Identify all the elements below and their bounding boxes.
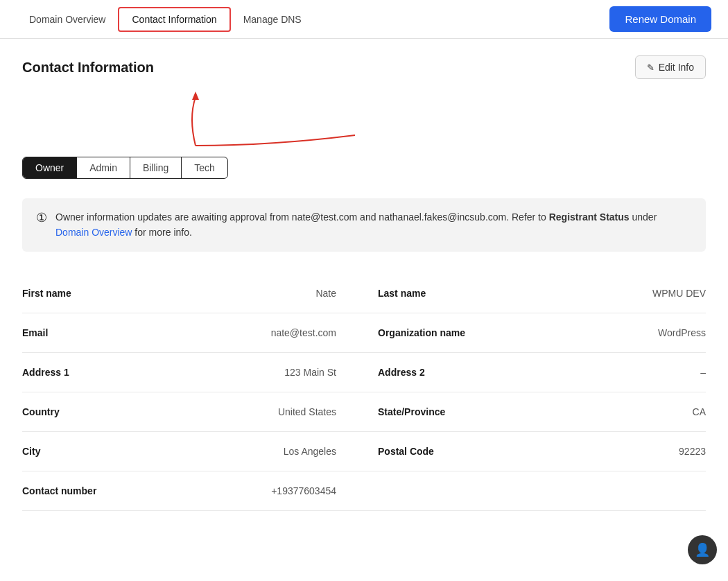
field-value-country: United States [278, 406, 336, 417]
tab-domain-overview[interactable]: Domain Overview [17, 0, 118, 38]
banner-text-part1: Owner information updates are awaiting a… [55, 211, 549, 223]
field-label-address2: Address 2 [378, 367, 425, 378]
info-icon: ① [36, 210, 47, 225]
fields-container: First name Nate Last name WPMU DEV Email… [22, 274, 706, 511]
field-value-organization: WordPress [658, 327, 706, 338]
field-city: City Los Angeles [22, 432, 364, 471]
field-address2: Address 2 – [364, 353, 706, 392]
field-value-email: nate@test.com [271, 327, 336, 338]
field-label-organization: Organization name [378, 327, 465, 338]
banner-text-part3: for more info. [132, 227, 191, 238]
field-postal-code: Postal Code 92223 [364, 432, 706, 471]
annotation-arrow [147, 90, 369, 153]
main-content: Contact Information ✎ Edit Info Owner Ad… [0, 39, 728, 528]
contact-tab-billing[interactable]: Billing [130, 157, 181, 178]
field-value-city: Los Angeles [284, 446, 336, 457]
edit-info-button[interactable]: ✎ Edit Info [635, 55, 706, 79]
contact-tab-admin[interactable]: Admin [76, 157, 130, 178]
field-label-last-name: Last name [378, 288, 426, 299]
banner-text-part2: under [630, 211, 657, 223]
field-label-email: Email [22, 327, 48, 338]
edit-info-label: Edit Info [659, 62, 694, 73]
field-value-state: CA [693, 406, 706, 417]
field-state: State/Province CA [364, 392, 706, 432]
arrow-annotation [22, 96, 706, 151]
field-organization: Organization name WordPress [364, 313, 706, 353]
field-email: Email nate@test.com [22, 313, 364, 353]
tab-contact-information[interactable]: Contact Information [118, 7, 230, 32]
field-label-country: Country [22, 406, 60, 417]
field-label-state: State/Province [378, 406, 445, 417]
nav-tabs: Domain Overview Contact Information Mana… [17, 0, 314, 38]
field-value-address2: – [700, 367, 706, 378]
banner-text: Owner information updates are awaiting a… [55, 209, 692, 241]
contact-tab-owner[interactable]: Owner [23, 157, 76, 178]
field-address1: Address 1 123 Main St [22, 353, 364, 392]
domain-overview-link[interactable]: Domain Overview [55, 227, 132, 238]
contact-type-tabs: Owner Admin Billing Tech [22, 157, 228, 179]
section-header: Contact Information ✎ Edit Info [22, 55, 706, 79]
tab-manage-dns[interactable]: Manage DNS [231, 0, 314, 38]
field-label-first-name: First name [22, 288, 71, 299]
field-label-city: City [22, 446, 40, 457]
field-value-first-name: Nate [315, 288, 336, 299]
contact-tab-tech[interactable]: Tech [181, 157, 227, 178]
field-label-address1: Address 1 [22, 367, 69, 378]
info-banner: ① Owner information updates are awaiting… [22, 198, 706, 252]
field-value-address1: 123 Main St [284, 367, 336, 378]
field-value-contact-number: +19377603454 [271, 485, 336, 496]
banner-bold-text: Registrant Status [549, 211, 630, 223]
field-label-postal-code: Postal Code [378, 446, 434, 457]
svg-marker-0 [192, 92, 199, 100]
field-contact-number: Contact number +19377603454 [22, 471, 364, 511]
top-navigation: Domain Overview Contact Information Mana… [0, 0, 728, 39]
field-first-name: First name Nate [22, 274, 364, 313]
field-value-last-name: WPMU DEV [652, 288, 706, 299]
renew-domain-button[interactable]: Renew Domain [609, 6, 711, 32]
field-country: Country United States [22, 392, 364, 432]
field-label-contact-number: Contact number [22, 485, 96, 496]
field-last-name: Last name WPMU DEV [364, 274, 706, 313]
page-title: Contact Information [22, 60, 154, 76]
field-empty [364, 471, 706, 511]
pencil-icon: ✎ [647, 62, 655, 73]
field-value-postal-code: 92223 [679, 446, 706, 457]
